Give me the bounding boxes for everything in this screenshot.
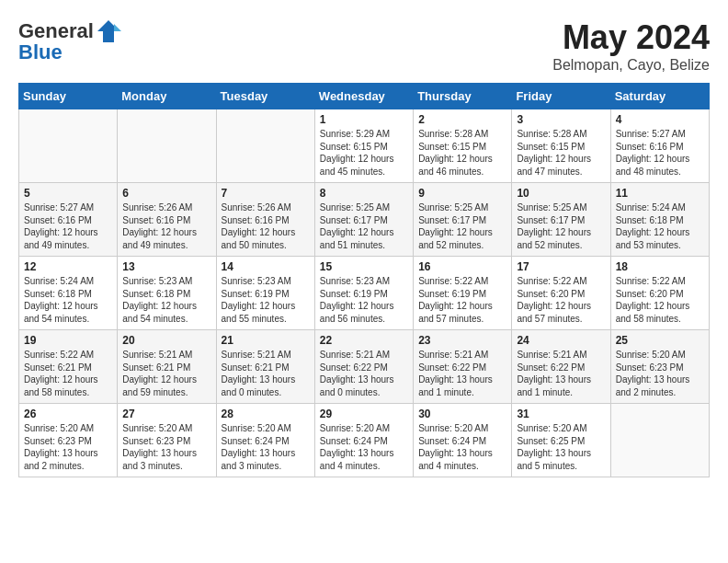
day-header-thursday: Thursday <box>414 84 512 109</box>
day-info: Sunrise: 5:23 AM Sunset: 6:19 PM Dayligh… <box>222 275 310 325</box>
calendar-cell: 25Sunrise: 5:20 AM Sunset: 6:23 PM Dayli… <box>610 330 709 404</box>
day-number: 1 <box>320 113 408 126</box>
logo-icon <box>96 18 121 44</box>
day-info: Sunrise: 5:20 AM Sunset: 6:23 PM Dayligh… <box>24 422 112 472</box>
day-number: 16 <box>418 260 506 273</box>
calendar-cell: 14Sunrise: 5:23 AM Sunset: 6:19 PM Dayli… <box>216 257 314 330</box>
calendar-cell: 15Sunrise: 5:23 AM Sunset: 6:19 PM Dayli… <box>314 257 413 330</box>
day-number: 19 <box>24 334 112 347</box>
day-header-saturday: Saturday <box>610 84 709 109</box>
day-info: Sunrise: 5:25 AM Sunset: 6:17 PM Dayligh… <box>517 201 605 251</box>
day-info: Sunrise: 5:25 AM Sunset: 6:17 PM Dayligh… <box>320 201 408 251</box>
day-info: Sunrise: 5:21 AM Sunset: 6:21 PM Dayligh… <box>222 349 310 398</box>
day-number: 9 <box>418 187 506 200</box>
calendar-cell: 30Sunrise: 5:20 AM Sunset: 6:24 PM Dayli… <box>414 404 512 477</box>
day-info: Sunrise: 5:21 AM Sunset: 6:22 PM Dayligh… <box>517 349 605 398</box>
day-number: 14 <box>222 260 310 273</box>
day-info: Sunrise: 5:20 AM Sunset: 6:24 PM Dayligh… <box>418 422 506 472</box>
day-info: Sunrise: 5:27 AM Sunset: 6:16 PM Dayligh… <box>24 201 112 251</box>
calendar-cell: 3Sunrise: 5:28 AM Sunset: 6:15 PM Daylig… <box>512 109 610 183</box>
day-info: Sunrise: 5:22 AM Sunset: 6:21 PM Dayligh… <box>24 349 112 398</box>
calendar-cell: 29Sunrise: 5:20 AM Sunset: 6:24 PM Dayli… <box>314 404 413 477</box>
day-info: Sunrise: 5:25 AM Sunset: 6:17 PM Dayligh… <box>418 201 506 251</box>
month-year-title: May 2024 <box>552 18 710 57</box>
logo-general-text: General <box>18 20 94 42</box>
calendar-table: SundayMondayTuesdayWednesdayThursdayFrid… <box>18 83 710 477</box>
day-info: Sunrise: 5:21 AM Sunset: 6:22 PM Dayligh… <box>320 349 408 398</box>
day-info: Sunrise: 5:24 AM Sunset: 6:18 PM Dayligh… <box>616 201 704 251</box>
day-header-sunday: Sunday <box>19 84 118 109</box>
day-info: Sunrise: 5:26 AM Sunset: 6:16 PM Dayligh… <box>222 201 310 251</box>
day-number: 30 <box>418 408 506 420</box>
day-info: Sunrise: 5:26 AM Sunset: 6:16 PM Dayligh… <box>122 201 210 251</box>
day-number: 7 <box>222 187 310 200</box>
calendar-week-row: 19Sunrise: 5:22 AM Sunset: 6:21 PM Dayli… <box>19 330 710 404</box>
day-info: Sunrise: 5:23 AM Sunset: 6:18 PM Dayligh… <box>122 275 210 325</box>
calendar-cell: 8Sunrise: 5:25 AM Sunset: 6:17 PM Daylig… <box>314 183 413 257</box>
calendar-cell: 28Sunrise: 5:20 AM Sunset: 6:24 PM Dayli… <box>216 404 314 477</box>
calendar-header-row: SundayMondayTuesdayWednesdayThursdayFrid… <box>19 84 710 109</box>
day-info: Sunrise: 5:22 AM Sunset: 6:19 PM Dayligh… <box>418 275 506 325</box>
calendar-cell: 13Sunrise: 5:23 AM Sunset: 6:18 PM Dayli… <box>118 257 216 330</box>
day-number: 13 <box>122 260 210 273</box>
calendar-cell: 7Sunrise: 5:26 AM Sunset: 6:16 PM Daylig… <box>216 183 314 257</box>
calendar-cell <box>19 109 118 183</box>
day-number: 18 <box>616 260 704 273</box>
day-number: 6 <box>122 187 210 200</box>
calendar-cell: 31Sunrise: 5:20 AM Sunset: 6:25 PM Dayli… <box>512 404 610 477</box>
calendar-week-row: 12Sunrise: 5:24 AM Sunset: 6:18 PM Dayli… <box>19 257 710 330</box>
day-info: Sunrise: 5:20 AM Sunset: 6:24 PM Dayligh… <box>222 422 310 472</box>
day-info: Sunrise: 5:20 AM Sunset: 6:24 PM Dayligh… <box>320 422 408 472</box>
calendar-cell: 17Sunrise: 5:22 AM Sunset: 6:20 PM Dayli… <box>512 257 610 330</box>
day-number: 15 <box>320 260 408 273</box>
calendar-cell <box>610 404 709 477</box>
calendar-cell: 6Sunrise: 5:26 AM Sunset: 6:16 PM Daylig… <box>118 183 216 257</box>
calendar-week-row: 26Sunrise: 5:20 AM Sunset: 6:23 PM Dayli… <box>19 404 710 477</box>
page-header: General Blue May 2024 Belmopan, Cayo, Be… <box>18 18 710 74</box>
calendar-cell: 11Sunrise: 5:24 AM Sunset: 6:18 PM Dayli… <box>610 183 709 257</box>
day-header-wednesday: Wednesday <box>314 84 413 109</box>
day-number: 4 <box>616 113 704 126</box>
day-header-monday: Monday <box>118 84 216 109</box>
day-number: 5 <box>24 187 112 200</box>
calendar-cell: 5Sunrise: 5:27 AM Sunset: 6:16 PM Daylig… <box>19 183 118 257</box>
day-info: Sunrise: 5:21 AM Sunset: 6:22 PM Dayligh… <box>418 349 506 398</box>
logo: General Blue <box>18 18 121 64</box>
day-info: Sunrise: 5:21 AM Sunset: 6:21 PM Dayligh… <box>122 349 210 398</box>
day-info: Sunrise: 5:20 AM Sunset: 6:23 PM Dayligh… <box>122 422 210 472</box>
calendar-cell: 16Sunrise: 5:22 AM Sunset: 6:19 PM Dayli… <box>414 257 512 330</box>
day-number: 20 <box>122 334 210 347</box>
calendar-cell: 21Sunrise: 5:21 AM Sunset: 6:21 PM Dayli… <box>216 330 314 404</box>
calendar-cell: 18Sunrise: 5:22 AM Sunset: 6:20 PM Dayli… <box>610 257 709 330</box>
day-number: 28 <box>222 408 310 420</box>
day-number: 29 <box>320 408 408 420</box>
day-info: Sunrise: 5:27 AM Sunset: 6:16 PM Dayligh… <box>616 128 704 178</box>
day-number: 27 <box>122 408 210 420</box>
day-number: 31 <box>517 408 605 420</box>
calendar-cell: 26Sunrise: 5:20 AM Sunset: 6:23 PM Dayli… <box>19 404 118 477</box>
calendar-cell: 20Sunrise: 5:21 AM Sunset: 6:21 PM Dayli… <box>118 330 216 404</box>
day-number: 8 <box>320 187 408 200</box>
calendar-cell: 22Sunrise: 5:21 AM Sunset: 6:22 PM Dayli… <box>314 330 413 404</box>
location-subtitle: Belmopan, Cayo, Belize <box>552 57 710 74</box>
day-number: 10 <box>517 187 605 200</box>
calendar-cell: 27Sunrise: 5:20 AM Sunset: 6:23 PM Dayli… <box>118 404 216 477</box>
day-info: Sunrise: 5:28 AM Sunset: 6:15 PM Dayligh… <box>517 128 605 178</box>
calendar-cell: 9Sunrise: 5:25 AM Sunset: 6:17 PM Daylig… <box>414 183 512 257</box>
calendar-cell: 24Sunrise: 5:21 AM Sunset: 6:22 PM Dayli… <box>512 330 610 404</box>
day-info: Sunrise: 5:22 AM Sunset: 6:20 PM Dayligh… <box>517 275 605 325</box>
day-number: 26 <box>24 408 112 420</box>
calendar-cell: 12Sunrise: 5:24 AM Sunset: 6:18 PM Dayli… <box>19 257 118 330</box>
day-info: Sunrise: 5:23 AM Sunset: 6:19 PM Dayligh… <box>320 275 408 325</box>
calendar-cell <box>216 109 314 183</box>
day-number: 3 <box>517 113 605 126</box>
day-info: Sunrise: 5:29 AM Sunset: 6:15 PM Dayligh… <box>320 128 408 178</box>
day-number: 11 <box>616 187 704 200</box>
calendar-cell: 19Sunrise: 5:22 AM Sunset: 6:21 PM Dayli… <box>19 330 118 404</box>
day-number: 17 <box>517 260 605 273</box>
calendar-week-row: 5Sunrise: 5:27 AM Sunset: 6:16 PM Daylig… <box>19 183 710 257</box>
day-number: 24 <box>517 334 605 347</box>
calendar-week-row: 1Sunrise: 5:29 AM Sunset: 6:15 PM Daylig… <box>19 109 710 183</box>
title-block: May 2024 Belmopan, Cayo, Belize <box>552 18 710 74</box>
calendar-cell <box>118 109 216 183</box>
